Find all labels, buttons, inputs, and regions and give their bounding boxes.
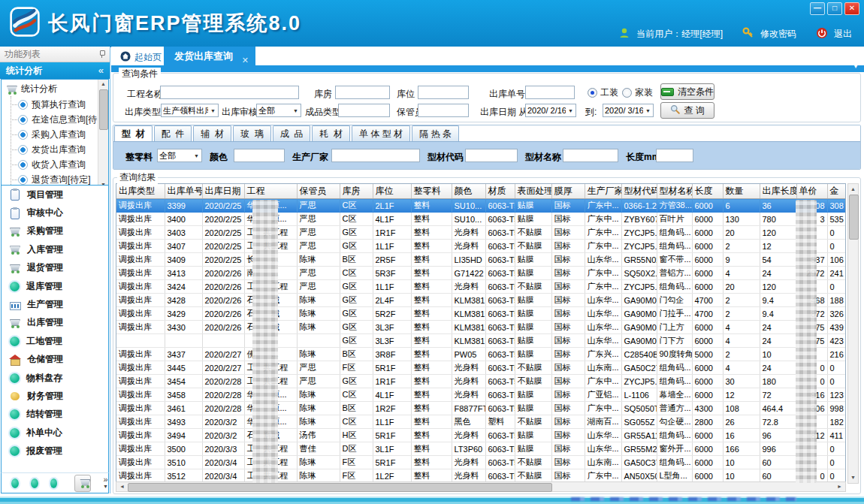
sidebar-menu-item[interactable]: 退库管理 (2, 277, 108, 295)
cell[interactable]: 6000 (692, 267, 723, 280)
table-row[interactable]: 调拨出库34092020/2/25长 ...陈琳B区2R5F整料LI35HD60… (116, 253, 846, 267)
cell[interactable]: 窗外开... (657, 442, 692, 456)
cell[interactable]: 439 (827, 321, 846, 334)
cell[interactable]: 464.4 (760, 402, 796, 415)
cell[interactable]: 国标 (551, 388, 585, 402)
cell[interactable]: 百叶片 (657, 213, 692, 226)
date-from-picker[interactable]: 2020/ 2/16▼ (525, 104, 576, 117)
cell[interactable]: 国标 (551, 307, 585, 321)
scroll-down-icon[interactable]: ▼ (848, 473, 858, 482)
cell[interactable]: 5R1F (373, 361, 411, 375)
cell[interactable]: 贴膜 (515, 253, 551, 267)
cell[interactable]: 严思 (297, 240, 340, 253)
whole-piece-select[interactable]: 全部▼ (157, 149, 202, 162)
cell[interactable]: 广东中... (585, 240, 621, 253)
cell[interactable]: 广东中... (585, 375, 621, 388)
cell[interactable]: 广亚铝... (585, 388, 621, 402)
warehouse-input[interactable] (335, 86, 390, 99)
cell[interactable]: 2020/2/28 (202, 402, 244, 415)
cell[interactable]: 国标 (551, 442, 585, 456)
cell[interactable]: 严思 (297, 375, 340, 388)
cell[interactable]: 贴膜 (515, 199, 551, 213)
table-row[interactable]: 调拨出库34612020/2/28华 原...陈琳B区1R2F整料F8877FT… (116, 402, 846, 415)
close-button[interactable]: ✕ (844, 2, 859, 15)
cell[interactable]: 6000 (692, 240, 723, 253)
cell[interactable]: 整料 (411, 226, 452, 240)
cell[interactable]: 3428 (165, 294, 202, 307)
cell[interactable]: 广东中... (585, 199, 621, 213)
cell[interactable]: 6063-T5 (485, 388, 515, 402)
cell[interactable]: 123 (827, 388, 846, 402)
cell[interactable]: 130 (723, 213, 760, 226)
cell[interactable]: 国标 (551, 294, 585, 307)
cell[interactable]: 门上方 (657, 321, 692, 334)
cell[interactable]: 调拨出库 (116, 226, 165, 240)
cell[interactable]: 国标 (551, 375, 585, 388)
cell[interactable]: 组角码... (657, 226, 692, 240)
tree-item[interactable]: 预算执行查询 (2, 97, 108, 112)
cell[interactable]: 不贴膜 (515, 375, 551, 388)
grid-horizontal-scrollbar[interactable]: ◄ ► (116, 481, 846, 492)
cell[interactable]: 整料 (411, 442, 452, 456)
cell[interactable]: 整料 (411, 334, 452, 348)
cell[interactable] (116, 334, 165, 348)
cell[interactable]: 严思 (297, 280, 340, 294)
cell[interactable]: 9 (723, 253, 760, 267)
cell[interactable]: 3407 (165, 240, 202, 253)
cell[interactable]: 20 (723, 280, 760, 294)
cell[interactable]: 3L3F (373, 321, 411, 334)
cell[interactable]: 4 (723, 334, 760, 348)
cell[interactable]: 整料 (411, 253, 452, 267)
cell[interactable]: 国标 (551, 226, 585, 240)
table-row[interactable]: G区3L3F整料KLM38176063-T5贴膜国标山东华...GA90M09.… (116, 334, 846, 348)
cell[interactable]: 山东华... (585, 429, 621, 442)
cell[interactable]: 2020/2/25 (202, 226, 244, 240)
cell[interactable]: 2 (723, 294, 760, 307)
profile-name-input[interactable] (563, 149, 618, 162)
column-header[interactable]: 颜色 (452, 184, 485, 199)
cell[interactable]: 山东南... (585, 456, 621, 469)
cell[interactable]: 整料 (411, 402, 452, 415)
tab-shipment-query[interactable]: 发货出库查询 ✕ (164, 47, 255, 65)
cell[interactable]: 1L1F (373, 280, 411, 294)
cell[interactable]: 国标 (551, 429, 585, 442)
sidebar-menu-item[interactable]: 出库管理 (2, 314, 108, 332)
cell[interactable]: 严思 (297, 361, 340, 375)
cell[interactable]: 6000 (692, 456, 723, 469)
cell[interactable]: LT3P60 (452, 442, 485, 456)
cell[interactable]: 4700 (692, 294, 723, 307)
cell[interactable]: 3461 (165, 402, 202, 415)
cell[interactable]: 5000 (692, 348, 723, 361)
table-row[interactable]: 调拨出库34452020/2/27工 共工程严思F区5R1F整料光身料6063-… (116, 361, 846, 375)
more-options-button[interactable]: »▼ (103, 476, 108, 490)
cell[interactable]: 54 (760, 253, 796, 267)
cell[interactable]: 整料 (411, 375, 452, 388)
cell[interactable]: ZYBY607 (621, 213, 657, 226)
change-password-link[interactable]: 修改密码 (760, 28, 796, 41)
cell[interactable]: 普铝方... (657, 267, 692, 280)
quick-dot-icon[interactable] (11, 478, 19, 488)
cell[interactable]: 108 (723, 402, 760, 415)
cell[interactable]: L型角... (657, 469, 692, 483)
cell[interactable]: 6000 (692, 280, 723, 294)
audit-select[interactable]: 全部▼ (256, 104, 301, 117)
cell[interactable]: 780 (760, 213, 796, 226)
cell[interactable]: 调拨出库 (116, 415, 165, 429)
cell[interactable]: 6063-T5 (485, 294, 515, 307)
cell[interactable]: 0 (827, 361, 846, 375)
cell[interactable]: 门勾企 (657, 294, 692, 307)
cell[interactable]: KLM3817 (452, 294, 485, 307)
cell[interactable]: 山东华... (585, 307, 621, 321)
cell[interactable]: 光身料 (452, 226, 485, 240)
cell[interactable]: 陈琳 (297, 253, 340, 267)
cell[interactable]: 6000 (692, 213, 723, 226)
cell[interactable]: 国标 (551, 321, 585, 334)
cell[interactable]: 光身料 (452, 429, 485, 442)
cell[interactable]: 山东华... (585, 442, 621, 456)
cell[interactable]: G区 (340, 294, 373, 307)
cell[interactable]: 10 (723, 456, 760, 469)
cell[interactable]: G区 (340, 280, 373, 294)
cell[interactable]: 188 (827, 294, 846, 307)
cell[interactable]: 2 (723, 240, 760, 253)
cell[interactable]: 国标 (551, 348, 585, 361)
